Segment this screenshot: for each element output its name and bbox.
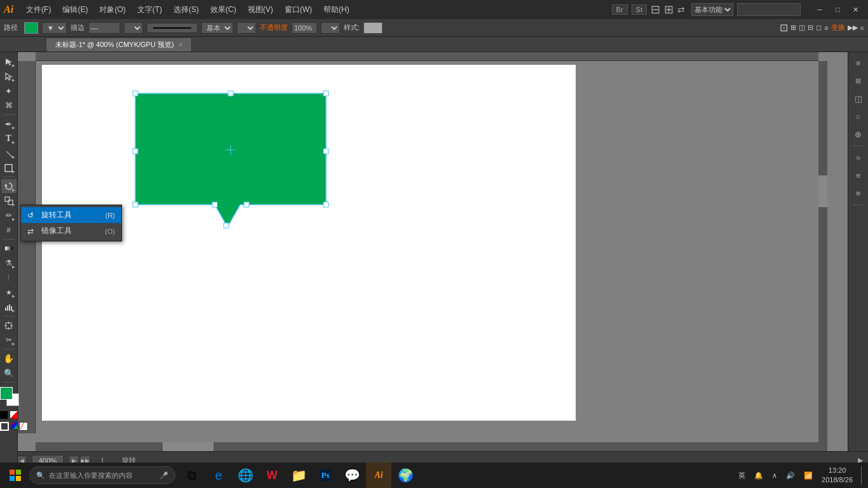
line-tool-btn[interactable]: | ▶ xyxy=(1,146,17,160)
menu-view[interactable]: 视图(V) xyxy=(243,3,278,17)
rotate-tool-menu-item[interactable]: ↺ 旋转工具 (R) xyxy=(21,207,121,223)
panel-btn-6[interactable]: ≡ xyxy=(850,167,867,184)
tab-close-btn[interactable]: × xyxy=(179,41,183,48)
menu-window[interactable]: 窗口(W) xyxy=(280,3,317,17)
panel-btn-7[interactable]: ≡ xyxy=(850,185,867,201)
minimize-button[interactable]: ─ xyxy=(811,3,829,16)
direct-selection-tool-btn[interactable]: ▶ xyxy=(1,69,17,83)
stroke-style-dropdown2[interactable]: ▼ xyxy=(237,22,256,34)
menu-help[interactable]: 帮助(H) xyxy=(318,3,355,17)
task-view-btn[interactable]: ⧉ xyxy=(179,463,205,488)
edge-btn[interactable]: e xyxy=(206,463,231,488)
browser2-btn[interactable]: 🌍 xyxy=(393,463,418,488)
photoshop-btn[interactable]: Ps xyxy=(313,463,338,488)
artboard-tool-btn[interactable] xyxy=(1,318,17,332)
transform-label[interactable]: 变换 xyxy=(831,23,845,32)
menu-type[interactable]: 文字(T) xyxy=(132,3,167,17)
column-graph-btn[interactable]: ▶ xyxy=(1,300,17,314)
hand-tool-btn[interactable]: ✋ xyxy=(1,351,17,365)
opacity-input[interactable] xyxy=(292,22,317,34)
maximize-button[interactable]: □ xyxy=(829,3,846,16)
document-tab[interactable]: 未标题-1* @ 400% (CMYK/GPU 预览) × xyxy=(46,37,192,51)
align3-icon[interactable]: ◻ xyxy=(816,24,822,32)
show-desktop-btn[interactable] xyxy=(859,466,862,485)
selection-tool-btn[interactable]: ▶ xyxy=(1,55,17,69)
gradient-indicator[interactable] xyxy=(10,422,18,430)
arrange-icon[interactable]: ⊟ xyxy=(651,3,660,17)
panel-btn-4[interactable]: ⊕ xyxy=(850,126,867,142)
tray-volume[interactable]: 🔊 xyxy=(783,470,797,481)
microphone-icon[interactable]: 🎤 xyxy=(159,471,168,480)
swap-colors-btn[interactable] xyxy=(10,410,18,419)
panel-btn-5[interactable]: ≈ xyxy=(850,149,867,166)
weibo-btn[interactable]: W xyxy=(259,463,285,488)
ai-taskbar-btn[interactable]: Ai xyxy=(366,463,391,488)
reset-colors-btn[interactable] xyxy=(0,410,8,419)
gradient-tool-btn[interactable] xyxy=(1,241,17,255)
rotate-tool-btn[interactable]: ▶ xyxy=(1,179,17,193)
reflect-tool-menu-item[interactable]: ⇄ 镜像工具 (O) xyxy=(21,223,121,239)
stock-button[interactable]: St xyxy=(632,4,647,15)
vertical-scrollbar-thumb[interactable] xyxy=(818,175,827,207)
system-clock[interactable]: 13:20 2018/8/26 xyxy=(819,464,855,487)
panel-btn-2[interactable]: ◫ xyxy=(850,90,867,107)
mesh-tool-btn[interactable]: # xyxy=(1,223,17,237)
fill-color-swatch[interactable] xyxy=(24,22,38,34)
rectangle-tool-btn[interactable]: ▶ xyxy=(1,161,17,175)
symbol-sprayer-btn[interactable]: ★ ▶ xyxy=(1,285,17,299)
stroke-width-input[interactable] xyxy=(88,22,120,34)
horizontal-scrollbar[interactable] xyxy=(36,442,818,451)
panel-btn-3[interactable]: ○ xyxy=(850,108,867,125)
options-more-btn[interactable]: ≡ xyxy=(860,24,864,32)
chat-bubble-shape[interactable] xyxy=(129,87,332,240)
opacity-dropdown[interactable]: ▼ xyxy=(321,22,340,34)
transform-icon[interactable]: ⊟ xyxy=(808,24,813,32)
horizontal-scrollbar-thumb[interactable] xyxy=(163,442,214,451)
stroke-indicator[interactable] xyxy=(0,422,9,431)
lasso-tool-btn[interactable]: ⌘ xyxy=(1,98,17,112)
file-explorer-btn[interactable]: 📁 xyxy=(286,463,311,488)
menu-select[interactable]: 选择(S) xyxy=(168,3,204,17)
panel-btn-0[interactable]: ≡ xyxy=(850,55,867,71)
blend-tool-btn[interactable]: ⋮ xyxy=(1,271,17,285)
pathfinder-icon[interactable]: ◫ xyxy=(799,24,805,32)
stroke-dropdown[interactable]: ▼ xyxy=(124,22,143,34)
menu-file[interactable]: 文件(F) xyxy=(21,3,56,17)
bridge-button[interactable]: Br xyxy=(612,4,628,15)
menu-effect[interactable]: 效果(C) xyxy=(205,3,241,17)
more-icon[interactable]: ▶▶ xyxy=(848,24,858,32)
wechat-btn[interactable]: 💬 xyxy=(339,463,365,488)
taskbar-search[interactable]: 🔍 在这里输入你要搜索的内容 🎤 xyxy=(29,466,175,484)
search-input[interactable] xyxy=(737,3,801,16)
slice-tool-btn[interactable]: ✂ ▶ xyxy=(1,333,17,347)
tray-weather[interactable]: 英 xyxy=(736,470,748,482)
close-button[interactable]: ✕ xyxy=(846,3,864,16)
align2-icon[interactable]: ⊞ xyxy=(790,24,796,32)
ie-btn[interactable]: 🌐 xyxy=(233,463,258,488)
fill-dropdown[interactable]: ▼ xyxy=(42,22,67,34)
panel-btn-1[interactable]: ⊞ xyxy=(850,72,867,89)
paintbrush-tool-btn[interactable]: ✏ ▶ xyxy=(1,208,17,222)
zoom-tool-btn[interactable]: 🔍 xyxy=(1,366,17,380)
sync-icon[interactable]: ⇄ xyxy=(677,4,685,15)
pen-tool-btn[interactable]: ✒ ▶ xyxy=(1,117,17,131)
scale-tool-btn[interactable]: ▶ xyxy=(1,194,17,208)
tray-expand[interactable]: ∧ xyxy=(770,470,780,481)
type-tool-btn[interactable]: T ▶ xyxy=(1,132,17,146)
menu-object[interactable]: 对象(O) xyxy=(94,3,130,17)
align-icon[interactable]: ⊡ xyxy=(780,22,788,34)
none-indicator[interactable]: ╱ xyxy=(19,422,28,431)
distribute-icon[interactable]: ≡ xyxy=(824,24,828,32)
start-button[interactable] xyxy=(3,463,28,488)
vertical-scrollbar[interactable] xyxy=(818,61,827,451)
workspace-selector[interactable]: 基本功能 xyxy=(691,3,733,16)
eyedropper-tool-btn[interactable]: ⚗ ▶ xyxy=(1,256,17,270)
canvas-area[interactable]: // will be drawn by JS below xyxy=(18,52,848,451)
stroke-style-dropdown[interactable]: 基本 xyxy=(201,22,233,34)
style-swatch[interactable] xyxy=(363,22,383,34)
tray-network[interactable]: 📶 xyxy=(801,470,815,481)
arrange2-icon[interactable]: ⊞ xyxy=(664,3,674,17)
menu-edit[interactable]: 编辑(E) xyxy=(57,3,93,17)
magic-wand-tool-btn[interactable]: ✦ xyxy=(1,84,17,98)
foreground-color-swatch[interactable] xyxy=(0,387,13,400)
